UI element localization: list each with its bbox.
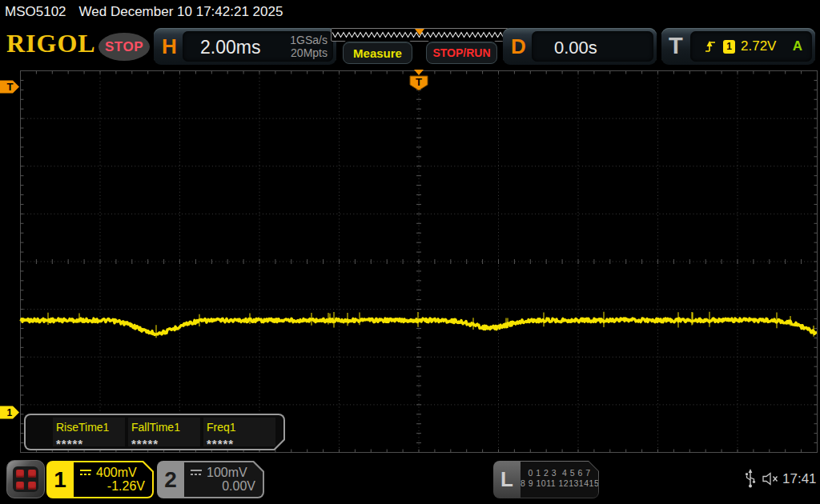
clock: 17:41: [782, 471, 817, 487]
measurement-label: Freq1: [207, 421, 236, 434]
measurement-label: FallTime1: [131, 421, 180, 434]
oscilloscope-screen: MSO5102Wed December 10 17:42:21 2025 RIG…: [0, 0, 820, 504]
trigger-slope-icon: [703, 39, 718, 54]
measurement-panel-body: RiseTime1 ***** FallTime1 ***** Freq1 **…: [26, 415, 283, 449]
channel2-status-block[interactable]: 2 100mV 0.00V: [157, 461, 264, 498]
menu-grid-icon: [13, 466, 38, 492]
trigger-sweep-mode: A: [793, 38, 802, 54]
measurement-value: *****: [56, 437, 83, 450]
digital-channels-row2: 8 9 1011 12131415: [521, 478, 598, 489]
dc-coupling-icon: [79, 469, 92, 477]
logic-analyzer-block[interactable]: L 0 1 2 3 4 5 6 7 8 9 1011 12131415: [493, 461, 599, 498]
digital-channels-row1: 0 1 2 3 4 5 6 7: [521, 468, 598, 478]
measurement-value: *****: [207, 437, 234, 450]
measurement-label: RiseTime1: [56, 421, 109, 434]
channel1-status-block[interactable]: 1 400mV -1.26V: [46, 461, 154, 498]
channel2-offset: 0.00V: [222, 479, 255, 494]
measurement-item: FallTime1 *****: [128, 418, 200, 446]
memory-depth: 20Mpts: [290, 46, 328, 59]
delay-label: D: [511, 34, 526, 59]
delay-field: 0.00s: [532, 31, 653, 62]
model-name: MSO5102: [5, 4, 66, 19]
trigger-label: T: [669, 33, 683, 59]
channel2-number: 2: [157, 461, 184, 498]
measurement-panel[interactable]: RiseTime1 ***** FallTime1 ***** Freq1 **…: [24, 414, 285, 450]
waveform-display: TT1: [0, 69, 820, 453]
rigol-logo: RIGOL: [6, 29, 96, 58]
channel2-settings: 100mV 0.00V: [184, 462, 263, 497]
trigger-panel[interactable]: T 1 2.72V A: [661, 28, 815, 65]
speaker-muted-icon[interactable]: [762, 472, 781, 486]
trigger-level-value: 2.72V: [741, 38, 776, 54]
horizontal-label: H: [162, 34, 177, 59]
trigger-field: 1 2.72V A: [690, 31, 812, 62]
acquisition-rates: 1GSa/s 20Mpts: [290, 34, 328, 59]
timebase-value: 2.00ms: [200, 37, 260, 58]
channel1-number: 1: [46, 461, 74, 498]
measure-button[interactable]: Measure: [343, 42, 412, 64]
channel1-ground-marker-label: 1: [7, 407, 13, 418]
measurement-item: RiseTime1 *****: [53, 418, 125, 446]
logic-analyzer-label: L: [493, 461, 521, 498]
trigger-source-badge: 1: [723, 40, 735, 54]
dc-coupling-icon: [190, 469, 203, 477]
channel1-offset: -1.26V: [107, 479, 145, 494]
trigger-position-label: T: [416, 76, 422, 88]
sample-rate: 1GSa/s: [290, 34, 328, 46]
measurement-item: Freq1 *****: [203, 418, 275, 446]
trigger-level-marker-label: T: [7, 81, 14, 93]
horizontal-field: 2.00ms 1GSa/s 20Mpts: [183, 31, 333, 62]
horizontal-settings-panel[interactable]: H 2.00ms 1GSa/s 20Mpts: [154, 28, 336, 65]
delay-panel[interactable]: D 0.00s: [503, 28, 657, 65]
menu-grid-button[interactable]: [6, 460, 45, 498]
measurement-value: *****: [131, 437, 159, 450]
horizontal-position-strip[interactable]: [331, 28, 508, 42]
titlebar: MSO5102Wed December 10 17:42:21 2025: [5, 4, 283, 20]
stop-run-button[interactable]: STOP/RUN: [426, 42, 497, 64]
usb-icon: [744, 468, 757, 489]
datetime: Wed December 10 17:42:21 2025: [79, 4, 283, 19]
delay-value: 0.00s: [554, 38, 597, 58]
trigger-position-indicator-icon: [415, 29, 424, 35]
acquisition-status-badge: STOP: [98, 33, 150, 61]
channel1-scale: 400mV: [96, 466, 137, 480]
logic-analyzer-channels: 0 1 2 3 4 5 6 7 8 9 1011 12131415: [521, 462, 598, 498]
channel1-settings: 400mV -1.26V: [74, 462, 152, 497]
channel2-scale: 100mV: [207, 466, 247, 480]
